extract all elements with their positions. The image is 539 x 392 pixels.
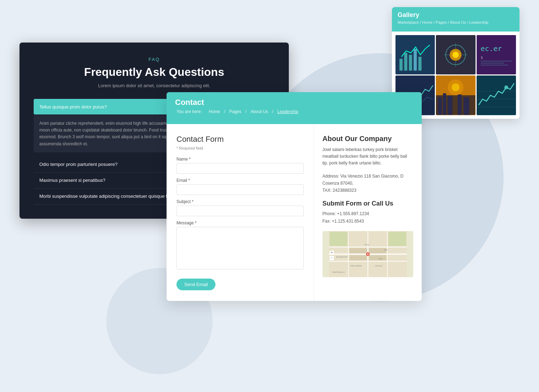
svg-text:DAI: DAI	[384, 249, 387, 251]
address-info: Address: Via Venezio 118 San Giacomo, D …	[322, 173, 413, 194]
contact-details: Phone: +1.555.897.1234 Fax: +1.125.431.6…	[322, 210, 413, 225]
form-group-email: Email *	[176, 178, 304, 195]
breadcrumb-home[interactable]: Home	[209, 109, 220, 114]
breadcrumb-about-us[interactable]: About Us	[251, 109, 268, 114]
gallery-breadcrumb: Marketplace / Home / Pages / About Us / …	[398, 20, 514, 24]
svg-rect-18	[481, 63, 504, 63]
svg-text:Colo Flor: Colo Flor	[375, 265, 382, 267]
svg-rect-25	[448, 96, 453, 115]
breadcrumb-pages[interactable]: Pages	[229, 109, 241, 114]
svg-text:$: $	[481, 55, 483, 60]
gallery-title: Gallery	[398, 11, 514, 19]
message-textarea[interactable]	[176, 227, 304, 269]
svg-text:ec.er: ec.er	[481, 44, 502, 53]
svg-point-9	[453, 52, 459, 58]
svg-rect-46	[330, 232, 347, 246]
svg-rect-19	[481, 65, 508, 66]
email-label: Email *	[176, 178, 304, 183]
email-input[interactable]	[176, 184, 304, 195]
svg-rect-24	[443, 93, 446, 115]
message-label: Message *	[176, 220, 304, 225]
form-required-note: * Required field	[176, 146, 304, 150]
submit-form-title: Submit Form or Call Us	[322, 200, 413, 207]
svg-text:+: +	[331, 251, 333, 254]
svg-rect-1	[399, 59, 403, 71]
svg-rect-23	[438, 97, 442, 115]
contact-header: Contact You are here: Home / Pages / Abo…	[167, 92, 422, 124]
contact-info-section: About Our Company Jowl salami leberkas t…	[314, 124, 422, 301]
form-title: Contact Form	[176, 135, 304, 144]
svg-text:Arroy: Arroy	[364, 243, 369, 246]
gallery-thumb-2[interactable]	[436, 35, 475, 74]
name-label: Name *	[176, 157, 304, 162]
breadcrumb-sep-3: /	[245, 109, 248, 114]
faq-subtitle: Lorem ipsum dolor sit amet, consectetur …	[34, 83, 275, 88]
gallery-header: Gallery Marketplace / Home / Pages / Abo…	[392, 7, 520, 32]
svg-rect-3	[409, 55, 412, 71]
svg-rect-17	[481, 61, 512, 61]
svg-text:PENTONVILLE: PENTONVILLE	[332, 271, 345, 273]
about-company-title: About Our Company	[322, 135, 413, 143]
faq-label: FAQ	[34, 57, 275, 62]
svg-rect-45	[369, 255, 386, 261]
svg-rect-2	[404, 53, 407, 71]
phone-info: Phone: +1.555.897.1234	[322, 210, 413, 218]
breadcrumb-you-are-here: You are here:	[176, 109, 202, 114]
tax-info: TAX: 2423888323	[322, 188, 356, 193]
contact-form-section: Contact Form * Required field Name * Ema…	[167, 124, 314, 301]
svg-rect-42	[349, 248, 367, 253]
svg-text:ISLINGTON: ISLINGTON	[336, 256, 347, 258]
svg-rect-4	[414, 49, 417, 71]
faq-question-2: Odio tempor proin parturient posuere?	[39, 162, 117, 167]
svg-rect-44	[349, 255, 367, 261]
svg-rect-47	[388, 232, 406, 246]
send-email-button[interactable]: Send Email	[176, 279, 215, 290]
form-group-message: Message *	[176, 220, 304, 271]
map-placeholder[interactable]: Arroy DAI ISLINGTON HAG THE ANGEL Colo F…	[322, 231, 413, 277]
svg-rect-26	[458, 95, 462, 115]
subject-label: Subject *	[176, 199, 304, 204]
form-group-name: Name *	[176, 157, 304, 174]
subject-input[interactable]	[176, 206, 304, 216]
contact-body: Contact Form * Required field Name * Ema…	[167, 124, 422, 301]
contact-breadcrumb: You are here: Home / Pages / About Us / …	[175, 109, 413, 114]
svg-text:THE ANGEL: THE ANGEL	[350, 265, 362, 267]
form-group-subject: Subject *	[176, 199, 304, 216]
gallery-thumb-3[interactable]: ec.er $	[477, 35, 516, 74]
svg-point-31	[504, 85, 508, 89]
svg-rect-5	[419, 57, 422, 71]
svg-rect-30	[477, 75, 516, 115]
breadcrumb-leadership[interactable]: Leadership	[277, 109, 298, 114]
faq-title: Frequently Ask Questions	[34, 66, 275, 79]
faq-question-3: Maximus praesent si penatibus?	[39, 178, 105, 183]
svg-text:HAG: HAG	[378, 258, 382, 260]
gallery-thumb-5[interactable]	[436, 75, 475, 115]
svg-text:−: −	[331, 256, 333, 260]
svg-rect-27	[464, 97, 470, 115]
svg-rect-14	[477, 35, 516, 74]
breadcrumb-sep-2: /	[224, 109, 226, 114]
contact-card: Contact You are here: Home / Pages / Abo…	[167, 92, 422, 301]
svg-point-56	[367, 253, 369, 255]
contact-header-title: Contact	[175, 98, 413, 107]
faq-question-1: Tellus quisque proin dolor purus?	[39, 104, 107, 110]
fax-info: Fax: +1.125.431.6543	[322, 218, 413, 225]
about-company-text: Jowl salami leberkas turkey pork brisket…	[322, 146, 413, 167]
address-label: Address: Via Venezio 118 San Giacomo, D …	[322, 174, 404, 186]
breadcrumb-sep-4: /	[272, 109, 275, 114]
gallery-thumb-6[interactable]	[477, 75, 516, 115]
gallery-thumb-1[interactable]	[395, 35, 435, 74]
svg-point-29	[452, 84, 460, 91]
name-input[interactable]	[176, 163, 304, 174]
